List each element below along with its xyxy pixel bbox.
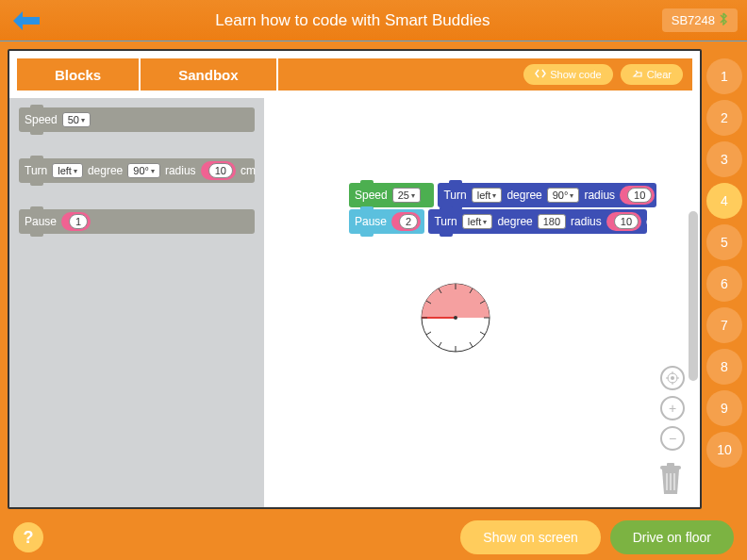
page-title: Learn how to code with Smart Buddies xyxy=(43,11,662,30)
lesson-10[interactable]: 10 xyxy=(706,432,742,468)
device-badge[interactable]: SB7248 xyxy=(662,8,738,32)
zoom-out-button[interactable]: − xyxy=(660,426,685,451)
svg-point-15 xyxy=(671,376,674,380)
pause-field[interactable]: 2 xyxy=(399,214,418,229)
tab-sandbox[interactable]: Sandbox xyxy=(141,58,277,91)
degree-field[interactable]: 180 xyxy=(538,214,566,229)
block-stack: Speed 25 Turn left degree 90° radius 10 xyxy=(349,183,700,236)
degree-field[interactable]: 90° xyxy=(547,188,580,203)
degree-field[interactable]: 90° xyxy=(127,163,160,178)
block-palette: Speed 50 Turn left degree 90° radius 10 … xyxy=(9,98,264,507)
canvas[interactable]: Speed 25 Turn left degree 90° radius 10 xyxy=(264,98,700,507)
palette-pause-block[interactable]: Pause 1 xyxy=(19,209,255,234)
clear-button[interactable]: Clear xyxy=(621,64,683,85)
show-code-button[interactable]: Show code xyxy=(523,64,612,85)
block-label: Turn xyxy=(443,189,466,202)
block-label: Speed xyxy=(355,189,388,202)
zoom-in-button[interactable]: + xyxy=(660,396,685,420)
radius-field[interactable]: 10 xyxy=(208,163,233,178)
clear-icon xyxy=(632,69,643,80)
zoom-center-button[interactable] xyxy=(660,366,685,390)
radius-field[interactable]: 10 xyxy=(627,188,652,203)
lesson-4[interactable]: 4 xyxy=(706,183,742,219)
palette-speed-block[interactable]: Speed 50 xyxy=(19,107,255,132)
radius-label: radius xyxy=(165,164,196,177)
workspace: Blocks Sandbox Show code Clear xyxy=(8,49,702,509)
back-button[interactable] xyxy=(9,8,43,33)
svg-rect-22 xyxy=(667,463,674,467)
content-area: Speed 50 Turn left degree 90° radius 10 … xyxy=(9,98,700,507)
angle-dial[interactable] xyxy=(420,282,491,354)
device-id: SB7248 xyxy=(672,13,715,27)
lesson-nav: 1 2 3 4 5 6 7 8 9 10 xyxy=(702,49,747,509)
block-label: Pause xyxy=(355,215,387,228)
lesson-7[interactable]: 7 xyxy=(706,307,742,343)
canvas-scrollbar[interactable] xyxy=(689,211,698,381)
direction-field[interactable]: left xyxy=(472,188,503,203)
footer: ? Show on screen Drive on floor xyxy=(0,517,747,558)
palette-turn-block[interactable]: Turn left degree 90° radius 10 cm xyxy=(19,158,255,183)
pause-field[interactable]: 1 xyxy=(69,214,88,229)
tab-blocks[interactable]: Blocks xyxy=(17,58,141,91)
degree-label: degree xyxy=(497,215,532,228)
speed-field[interactable]: 50 xyxy=(62,112,91,127)
block-label: Speed xyxy=(25,113,58,126)
clear-label: Clear xyxy=(647,69,672,80)
show-on-screen-button[interactable]: Show on screen xyxy=(460,520,600,554)
lesson-8[interactable]: 8 xyxy=(706,349,742,385)
lesson-9[interactable]: 9 xyxy=(706,390,742,426)
drive-on-floor-button[interactable]: Drive on floor xyxy=(610,520,734,554)
block-label: Turn xyxy=(25,164,47,177)
speed-field[interactable]: 25 xyxy=(392,188,421,203)
block-label: Turn xyxy=(434,215,456,228)
canvas-turn-block-selected[interactable]: Turn left degree 180 radius 10 cm xyxy=(428,209,647,234)
tab-bar: Blocks Sandbox Show code Clear xyxy=(15,57,694,92)
lesson-5[interactable]: 5 xyxy=(706,224,742,260)
code-icon xyxy=(535,69,546,80)
unit-label: cm xyxy=(241,164,256,177)
radius-slot: 10 xyxy=(201,161,236,180)
lesson-3[interactable]: 3 xyxy=(706,141,742,177)
pause-slot: 1 xyxy=(61,212,91,231)
radius-slot: 10 xyxy=(620,186,655,205)
unit-label: cm xyxy=(646,215,661,228)
main-area: Blocks Sandbox Show code Clear xyxy=(0,41,747,517)
canvas-speed-block[interactable]: Speed 25 xyxy=(349,183,434,207)
svg-point-14 xyxy=(454,316,457,320)
canvas-turn-block[interactable]: Turn left degree 90° radius 10 cm xyxy=(438,183,656,207)
radius-slot: 10 xyxy=(606,212,641,231)
degree-label: degree xyxy=(88,164,123,177)
direction-field[interactable]: left xyxy=(462,214,493,229)
trash-icon[interactable] xyxy=(656,462,685,496)
direction-field[interactable]: left xyxy=(52,163,83,178)
zoom-controls: + − xyxy=(660,366,685,451)
unit-label: cm xyxy=(659,189,674,202)
show-code-label: Show code xyxy=(550,69,601,80)
radius-label: radius xyxy=(571,215,602,228)
help-button[interactable]: ? xyxy=(13,522,43,552)
app-header: Learn how to code with Smart Buddies SB7… xyxy=(0,0,747,41)
lesson-2[interactable]: 2 xyxy=(706,100,742,136)
canvas-pause-block[interactable]: Pause 2 xyxy=(349,209,424,234)
lesson-6[interactable]: 6 xyxy=(706,266,742,302)
degree-label: degree xyxy=(506,189,541,202)
bluetooth-icon xyxy=(719,12,728,28)
block-label: Pause xyxy=(25,215,57,228)
radius-field[interactable]: 10 xyxy=(614,214,639,229)
pause-slot: 2 xyxy=(391,212,421,231)
lesson-1[interactable]: 1 xyxy=(706,58,742,94)
radius-label: radius xyxy=(584,189,615,202)
